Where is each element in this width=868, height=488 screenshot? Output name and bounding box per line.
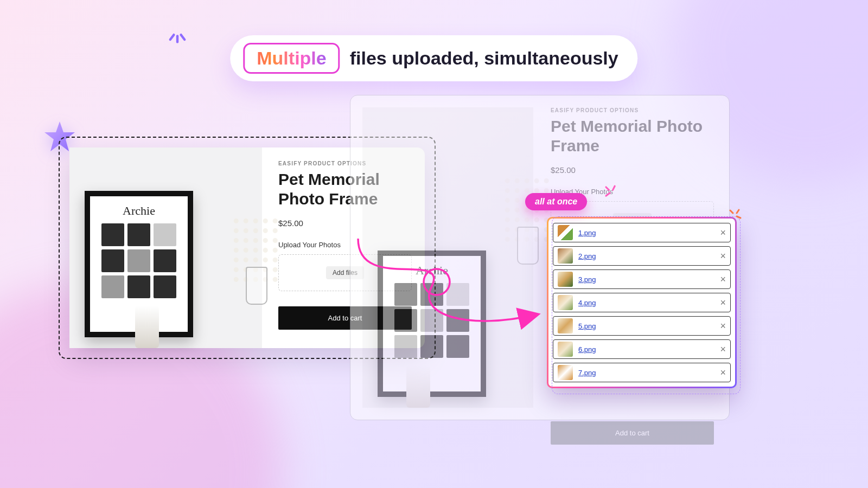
file-thumbnail <box>558 248 573 264</box>
file-row: 5.png× <box>553 316 731 336</box>
sparkle-icon <box>165 22 189 48</box>
file-thumbnail <box>558 318 573 333</box>
remove-file-button[interactable]: × <box>720 298 726 307</box>
file-row: 1.png× <box>553 223 731 242</box>
file-row: 3.png× <box>553 269 731 289</box>
headline-text: files uploaded, simultaneously <box>350 48 618 69</box>
frame-title: Archie <box>123 204 155 218</box>
annotation-pill: all at once <box>525 193 587 210</box>
file-thumbnail <box>558 295 573 310</box>
file-thumbnail <box>558 365 573 380</box>
product-image: Archie <box>362 107 533 408</box>
file-link[interactable]: 6.png <box>578 345 596 354</box>
headline-badge: Multiple <box>243 43 340 74</box>
file-link[interactable]: 3.png <box>578 275 596 284</box>
sparkle-icon <box>601 182 621 204</box>
file-link[interactable]: 5.png <box>578 322 596 330</box>
file-link[interactable]: 7.png <box>578 369 596 377</box>
file-row: 6.png× <box>553 339 731 359</box>
product-image: Archie <box>69 147 262 348</box>
product-price: $25.00 <box>551 165 714 175</box>
remove-file-button[interactable]: × <box>720 251 726 261</box>
file-thumbnail <box>558 342 573 357</box>
file-row: 4.png× <box>553 293 731 312</box>
product-eyebrow: EASIFY PRODUCT OPTIONS <box>551 107 714 113</box>
product-title: Pet Memorial Photo Frame <box>551 117 714 156</box>
uploaded-files-panel: 1.png×2.png×3.png×4.png×5.png×6.png×7.pn… <box>547 217 737 388</box>
file-link[interactable]: 2.png <box>578 252 596 260</box>
remove-file-button[interactable]: × <box>720 274 726 284</box>
remove-file-button[interactable]: × <box>720 344 726 354</box>
frame-title: Archie <box>416 264 448 278</box>
file-thumbnail <box>558 225 573 240</box>
headline-banner: Multiple files uploaded, simultaneously <box>230 35 637 81</box>
file-row: 2.png× <box>553 246 731 266</box>
remove-file-button[interactable]: × <box>720 321 726 331</box>
file-row: 7.png× <box>553 363 731 382</box>
file-thumbnail <box>558 272 573 287</box>
file-link[interactable]: 4.png <box>578 299 596 307</box>
remove-file-button[interactable]: × <box>720 368 726 377</box>
remove-file-button[interactable]: × <box>720 228 726 237</box>
add-to-cart-button[interactable]: Add to cart <box>551 421 714 445</box>
file-link[interactable]: 1.png <box>578 229 596 237</box>
photo-frame-mock: Archie <box>378 251 486 397</box>
